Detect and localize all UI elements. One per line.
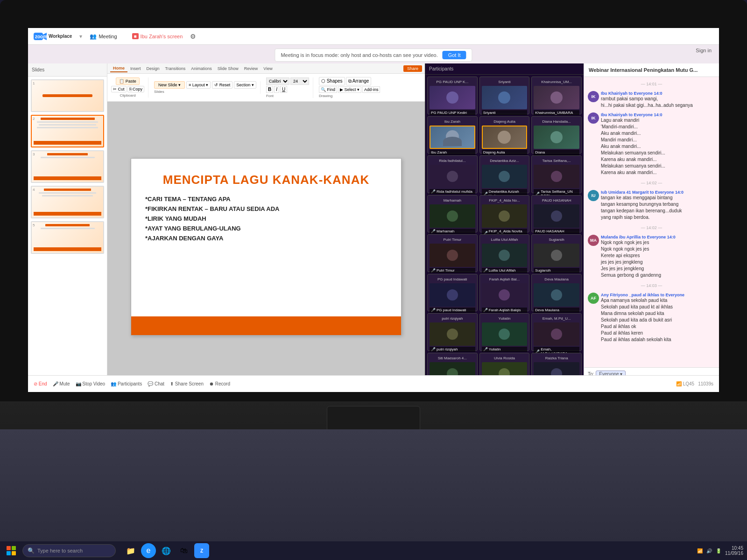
participant-pg-indawati[interactable]: PG paud Indawati 🎤 PG paud Indawati: [427, 274, 478, 312]
tab-transitions[interactable]: Transitions: [162, 65, 189, 72]
sign-in-button[interactable]: Sign in: [696, 48, 712, 53]
tab-animations[interactable]: Animations: [188, 65, 215, 72]
find-button[interactable]: 🔍 Find: [319, 86, 337, 93]
participant-khairunnisa[interactable]: Khairunnisa_UM... Khairunnisa_UMBARA: [531, 77, 582, 114]
chat-sender-4: Mulanda ibu Aprillia to Everyone 14:0: [601, 235, 715, 239]
bullet-1: *CARI TEMA – TENTANG APA: [145, 196, 387, 203]
mute-btn[interactable]: 🎤 Mute: [53, 381, 70, 386]
select-button[interactable]: ▶ Select ▾: [338, 86, 361, 93]
participant-name-pg-indawati: PG paud Indawati: [430, 276, 475, 282]
participant-tarisa[interactable]: Tarisa Selfiana,... 🎤 Tarisa Selfiana_UN…: [531, 155, 582, 193]
participant-name-yuliatin: Yuliatin: [482, 315, 528, 322]
chat-sender-2: Ibu Khairiyah to Everyone 14:0: [601, 112, 715, 117]
layout-button[interactable]: ≡ Layout ▾: [186, 81, 211, 89]
participant-lutfia[interactable]: Lutfia Ulul Afifah 🎤 Lutfia Ulul Afifah: [479, 234, 530, 272]
screen: zoom Workplace ▾ 👥 Meeting ■ Ibu Zarah's…: [28, 28, 719, 392]
participant-name-diana: Diana Handaila...: [534, 119, 579, 125]
participant-marhamah[interactable]: Marhamah 🎤 Marhamah: [427, 195, 478, 233]
tab-design[interactable]: Design: [144, 65, 162, 72]
chat-avatar-5: AF: [588, 293, 599, 304]
copy-button[interactable]: ⎘ Copy: [127, 86, 145, 92]
main-content: Slides 1 2: [28, 63, 719, 392]
participant-putri-rizqiyah[interactable]: putri rizqiyah 🎤 putri rizqiyah: [427, 313, 478, 351]
slide-thumb-1[interactable]: 1: [31, 79, 104, 112]
slide-thumb-4[interactable]: 4: [31, 186, 104, 218]
bold-button[interactable]: B: [266, 86, 273, 93]
underline-button[interactable]: U: [280, 86, 287, 93]
tab-insert[interactable]: Insert: [127, 65, 144, 72]
shapes-button[interactable]: ⬡ Shapes: [319, 77, 345, 85]
section-button[interactable]: Section ▾: [234, 81, 256, 89]
got-it-button[interactable]: Got It: [443, 51, 466, 59]
participant-sriyanti[interactable]: Sriyanti Sriyanti: [479, 77, 530, 114]
participant-diana[interactable]: Diana Handaila... Diana Handailany_PGPAU…: [531, 116, 582, 154]
mute-icon-rida: 🎤: [431, 189, 436, 194]
participant-putri-timur[interactable]: Putri Timur 🎤 Putri Timur: [427, 234, 478, 272]
slide-thumbnails: 1 2: [28, 77, 107, 392]
tab-home[interactable]: Home: [110, 65, 127, 72]
arrange-button[interactable]: ⧉ Arrange: [346, 77, 372, 85]
participant-dewiantika[interactable]: Dewiantika Aziz... 🎤 Dewiantika Azizah U…: [479, 155, 530, 193]
participant-paud-hasanah[interactable]: PAUD HASANAH PAUD HASANAH: [531, 195, 582, 233]
taskbar-chrome[interactable]: 🌐: [159, 543, 174, 558]
zoom-toolbar: zoom Workplace ▾ 👥 Meeting ■ Ibu Zarah's…: [28, 28, 719, 45]
reset-button[interactable]: ↺ Reset: [212, 81, 233, 89]
taskbar-file-explorer[interactable]: 📁: [123, 543, 138, 558]
participant-fkip[interactable]: FKIP_4_Alda No... 🎤 FKIP_4_Alda Novita S…: [479, 195, 530, 233]
participant-deva[interactable]: Deva Maulana Deva Maulana: [531, 274, 582, 312]
tab-slideshow[interactable]: Slide Show: [215, 65, 241, 72]
participants-btn[interactable]: 👥 Participants: [111, 381, 142, 386]
participant-diajeng[interactable]: Diajeng Aulia Diajeng Aulia: [479, 116, 530, 154]
participant-sugiarsih[interactable]: Sugiarsih Sugiarsih: [531, 234, 582, 272]
participant-emah[interactable]: Emah, M.Pd_U... 🎤 Emah, M.Pd_UMBARA: [531, 313, 582, 351]
taskbar-apps: 📁 e 🌐 🛍 Z: [123, 543, 209, 558]
new-slide-button[interactable]: New Slide ▾: [154, 81, 185, 89]
font-size-select[interactable]: 24: [290, 77, 309, 85]
share-screen-btn[interactable]: ⬆ Share Screen: [170, 381, 204, 386]
share-settings-icon[interactable]: ⚙: [190, 33, 196, 40]
taskbar-clock: 10:45 11/09/16: [725, 546, 743, 556]
participant-ibu-zarah[interactable]: Ibu Zarah Ibu Zarah: [427, 116, 478, 154]
participant-rida[interactable]: Rida fadhilatul... 🎤 Rida fadhilatul muf…: [427, 155, 478, 193]
chat-btn[interactable]: 💬 Chat: [148, 381, 164, 386]
chat-text-3: tangan ke atas menggapai bintangtangan k…: [601, 195, 715, 221]
paste-button[interactable]: 📋 Paste: [116, 77, 140, 85]
taskbar-store[interactable]: 🛍: [176, 543, 191, 558]
add-ins-button[interactable]: Add-ins: [362, 86, 381, 93]
record-btn[interactable]: ⏺ Record: [209, 381, 230, 386]
windows-taskbar: 🔍 Type here to search 📁 e 🌐 🛍 Z 📶 🔊 🔋 10…: [0, 541, 747, 560]
end-meeting-btn[interactable]: ⊘ End: [34, 381, 47, 386]
bullet-4: *AYAT YANG BERULANG-ULANG: [145, 225, 387, 232]
participant-name-siti: Siti Maesaroh 4...: [430, 355, 475, 361]
participant-namebar-khairunnisa: Khairunnisa_UMBARA: [534, 110, 579, 115]
battery-icon: 🔋: [716, 548, 721, 553]
participant-name-rida: Rida fadhilatul...: [430, 158, 475, 164]
video-btn[interactable]: 📷 Stop Video: [76, 381, 106, 386]
participant-video-marhamah: [430, 204, 475, 228]
slide-thumb-2[interactable]: 2: [31, 115, 104, 147]
slide-thumb-5[interactable]: 5: [31, 221, 104, 254]
participant-pg-paud[interactable]: PG PAUD UNP K... PG PAUD UNP Kediri: [427, 77, 478, 114]
network-icon: 📶: [697, 548, 703, 553]
tab-view[interactable]: View: [261, 65, 275, 72]
ppt-tabs: Home Insert Design Transitions Animation…: [107, 63, 425, 74]
ppt-main: MENCIPTA LAGU KANAK-KANAK *CARI TEMA – T…: [107, 102, 425, 392]
participant-namebar-pg-indawati: 🎤 PG paud Indawati: [430, 308, 475, 313]
taskbar-search[interactable]: 🔍 Type here to search: [22, 544, 116, 557]
participant-yuliatin[interactable]: Yuliatin 🎤 Yuliatin: [479, 313, 530, 351]
share-button[interactable]: Share: [403, 65, 422, 72]
clipboard-label: Clipboard: [120, 93, 135, 98]
italic-button[interactable]: I: [274, 86, 279, 93]
participant-farah[interactable]: Farah Aqilah Bal... 🎤 Farah Aqilah Balqi…: [479, 274, 530, 312]
slide-content[interactable]: MENCIPTA LAGU KANAK-KANAK *CARI TEMA – T…: [131, 158, 402, 336]
taskbar-zoom[interactable]: Z: [194, 543, 209, 558]
svg-text:zoom: zoom: [35, 34, 47, 39]
font-family-select[interactable]: Calibri: [266, 77, 289, 85]
slide-thumb-3[interactable]: 3: [31, 150, 104, 183]
bullet-5: *AJARKAN DENGAN GAYA: [145, 235, 387, 242]
start-button[interactable]: [4, 543, 19, 558]
taskbar-edge[interactable]: e: [141, 543, 156, 558]
cut-button[interactable]: ✂ Cut: [111, 86, 127, 92]
participant-name-emah: Emah, M.Pd_U...: [534, 315, 579, 322]
tab-review[interactable]: Review: [241, 65, 261, 72]
